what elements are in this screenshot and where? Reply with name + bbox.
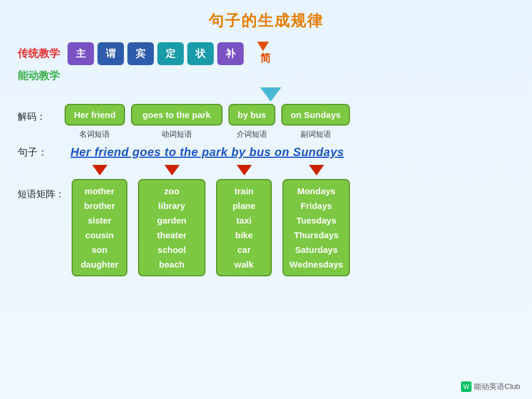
matrix-item: cousin (73, 228, 126, 242)
decode-label: 解码： (18, 104, 65, 123)
matrix-item: Fridays (284, 198, 349, 213)
matrix-col-2: zoo library garden theater school beach (138, 165, 206, 276)
matrix-item: Tuesdays (284, 213, 349, 228)
phrase-sub-3: 介词短语 (237, 129, 267, 140)
matrix-item: Wednesdays (284, 257, 349, 272)
arrow-jian-icon (257, 42, 269, 51)
tag-subject: 主 (68, 42, 94, 65)
matrix-arrow-3 (237, 165, 252, 175)
matrix-item: car (217, 242, 271, 257)
matrix-list-3: train plane taxi bike car walk (216, 179, 272, 276)
matrix-item: train (217, 184, 271, 198)
matrix-item: mother (73, 184, 126, 198)
matrix-item: theater (139, 228, 204, 242)
phrase-box-3: by bus (228, 104, 275, 126)
watermark: W 能动英语Club (461, 381, 520, 392)
matrix-arrow-1 (92, 165, 107, 175)
decode-row: 解码： Her friend 名词短语 goes to the park 动词短… (18, 104, 514, 140)
phrase-group: Her friend 名词短语 goes to the park 动词短语 by… (65, 104, 350, 140)
matrix-section: 短语矩阵： mother brother sister cousin son d… (18, 165, 514, 276)
matrix-item: plane (217, 198, 271, 213)
phrase-box-4: on Sundays (281, 104, 350, 126)
active-label: 能动教学 (18, 69, 62, 83)
phrase-col-2: goes to the park 动词短语 (131, 104, 223, 140)
matrix-list-4: Mondays Fridays Tuesdays Thursdays Satur… (282, 179, 350, 276)
matrix-cols: mother brother sister cousin son daughte… (72, 165, 350, 276)
phrase-col-3: by bus 介词短语 (228, 104, 275, 140)
matrix-arrow-4 (309, 165, 324, 175)
matrix-col-4: Mondays Fridays Tuesdays Thursdays Satur… (282, 165, 350, 276)
tag-adverbial: 状 (187, 42, 214, 65)
matrix-label: 短语矩阵： (18, 165, 65, 201)
matrix-item: library (139, 198, 204, 213)
grammar-tags: 主 谓 宾 定 状 补 (68, 42, 244, 65)
phrase-sub-4: 副词短语 (301, 129, 331, 140)
wechat-icon: W (461, 381, 472, 392)
phrase-sub-2: 动词短语 (161, 129, 192, 140)
sentence-row: 句子： Her friend goes to the park by bus o… (18, 146, 514, 159)
jian-label: 简 (260, 51, 271, 65)
sentence-text: Her friend goes to the park by bus on Su… (70, 146, 344, 159)
matrix-col-1: mother brother sister cousin son daughte… (72, 165, 127, 276)
page: 句子的生成规律 传统教学 主 谓 宾 定 状 补 简 能动教学 解码： (0, 0, 532, 399)
tag-predicate: 谓 (97, 42, 124, 65)
watermark-text: 能动英语Club (474, 381, 520, 392)
matrix-item: sister (73, 213, 126, 228)
matrix-list-1: mother brother sister cousin son daughte… (72, 179, 127, 276)
matrix-col-3: train plane taxi bike car walk (216, 165, 272, 276)
matrix-item: school (139, 242, 204, 257)
arrow-down-blue-icon (260, 87, 281, 102)
sentence-label: 句子： (18, 146, 65, 159)
matrix-item: beach (139, 257, 204, 272)
phrase-box-1: Her friend (65, 104, 125, 126)
tag-object: 宾 (127, 42, 154, 65)
matrix-item: taxi (217, 213, 271, 228)
matrix-item: son (73, 242, 126, 257)
tag-complement: 补 (217, 42, 244, 65)
matrix-item: brother (73, 198, 126, 213)
phrase-col-1: Her friend 名词短语 (65, 104, 125, 140)
matrix-item: zoo (139, 184, 204, 198)
phrase-sub-1: 名词短语 (79, 129, 110, 140)
matrix-item: Mondays (284, 184, 349, 198)
traditional-label: 传统教学 (18, 46, 62, 60)
matrix-arrow-2 (164, 165, 180, 175)
matrix-item: Thursdays (284, 228, 349, 242)
tag-attribute: 定 (157, 42, 184, 65)
matrix-item: walk (217, 257, 271, 272)
matrix-list-2: zoo library garden theater school beach (138, 179, 206, 276)
page-title: 句子的生成规律 (18, 11, 514, 31)
matrix-item: Saturdays (284, 242, 349, 257)
phrase-col-4: on Sundays 副词短语 (281, 104, 350, 140)
phrase-box-2: goes to the park (131, 104, 223, 126)
matrix-item: bike (217, 228, 271, 242)
matrix-item: daughter (73, 257, 126, 272)
matrix-item: garden (139, 213, 204, 228)
